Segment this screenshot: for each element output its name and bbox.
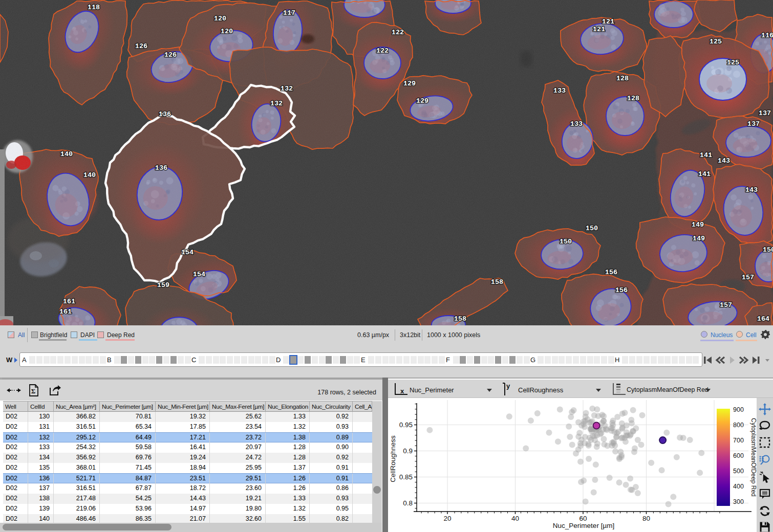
svg-text:121: 121 [593,26,605,33]
svg-text:122: 122 [376,47,389,55]
svg-text:116: 116 [761,32,773,39]
svg-text:122: 122 [392,29,404,36]
svg-text:CytoplasmMeanOfDeep Red: CytoplasmMeanOfDeep Red [750,418,757,496]
svg-text:x: x [400,387,404,395]
svg-text:126: 126 [135,42,147,50]
svg-text:158: 158 [491,278,503,286]
svg-text:150: 150 [763,246,773,254]
svg-text:154: 154 [181,249,194,256]
svg-text:164: 164 [757,315,769,323]
svg-text:141: 141 [698,170,711,178]
svg-text:150: 150 [560,238,572,246]
svg-text:125: 125 [710,38,722,46]
svg-text:40: 40 [511,515,519,522]
svg-text:0.95: 0.95 [399,421,413,429]
svg-text:125: 125 [727,59,739,66]
svg-text:137: 137 [747,120,760,128]
svg-text:149: 149 [693,235,705,242]
svg-text:161: 161 [63,298,75,305]
svg-text:141: 141 [700,151,712,159]
svg-text:143: 143 [745,186,758,194]
svg-text:140: 140 [60,150,73,158]
svg-text:120: 120 [214,15,226,23]
svg-text:157: 157 [720,301,732,309]
svg-text:800: 800 [733,422,744,429]
svg-text:126: 126 [164,51,177,59]
svg-text:156: 156 [605,269,617,276]
svg-text:158: 158 [454,315,466,323]
svg-text:129: 129 [416,97,428,105]
svg-text:700: 700 [733,437,744,444]
svg-text:140: 140 [83,171,96,179]
svg-text:Σ: Σ [31,387,36,395]
svg-text:0.8: 0.8 [403,499,413,507]
svg-text:157: 157 [742,274,754,281]
svg-text:143: 143 [718,157,730,165]
svg-text:137: 137 [759,109,771,117]
svg-text:133: 133 [553,87,566,95]
svg-text:CellRoughness: CellRoughness [389,435,397,482]
svg-text:400: 400 [733,483,744,490]
svg-text:159: 159 [157,281,169,289]
svg-text:136: 136 [159,110,171,118]
svg-text:136: 136 [155,164,167,172]
svg-text:Nuc_Perimeter [µm]: Nuc_Perimeter [µm] [553,522,614,529]
svg-text:300: 300 [733,498,744,505]
svg-text:132: 132 [281,85,293,93]
svg-text:161: 161 [59,308,72,316]
svg-text:y: y [506,382,510,390]
svg-text:133: 133 [570,120,583,128]
svg-text:120: 120 [221,28,233,35]
svg-text:118: 118 [88,4,100,11]
svg-text:129: 129 [403,80,416,87]
svg-text:117: 117 [283,9,295,17]
svg-text:900: 900 [733,406,744,413]
svg-text:121: 121 [602,18,614,26]
svg-text:149: 149 [692,221,704,229]
svg-text:80: 80 [642,515,650,522]
svg-text:156: 156 [615,286,628,294]
svg-text:128: 128 [616,75,629,82]
svg-text:150: 150 [586,225,598,232]
svg-text:0.85: 0.85 [399,473,413,481]
svg-text:60: 60 [579,515,587,522]
svg-text:600: 600 [733,452,744,459]
svg-text:0.9: 0.9 [403,447,413,455]
svg-text:128: 128 [627,95,639,102]
svg-text:500: 500 [733,468,744,475]
svg-text:154: 154 [193,271,205,278]
svg-text:20: 20 [443,515,451,522]
svg-text:132: 132 [270,100,283,107]
